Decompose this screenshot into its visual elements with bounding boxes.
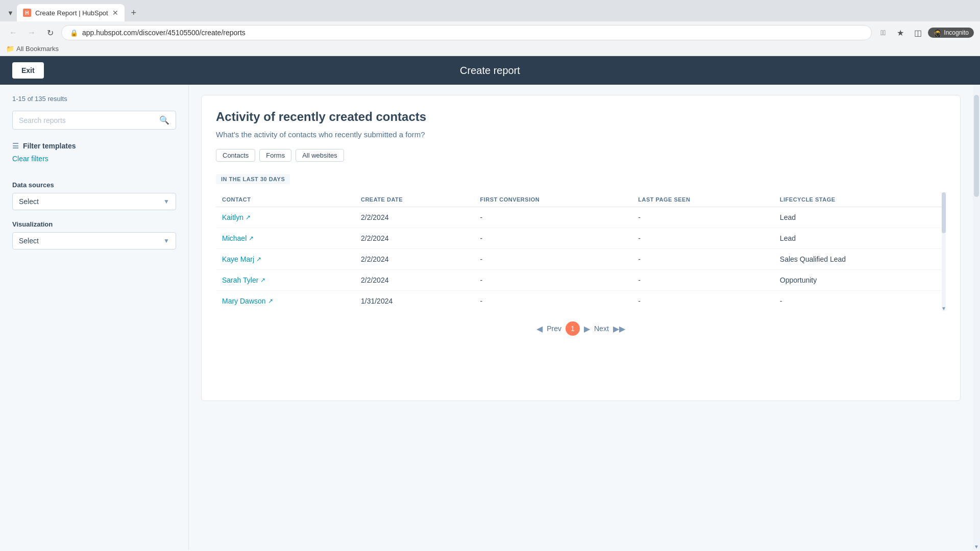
contact-cell: Kaye Marj ↗ (216, 249, 355, 270)
external-link-icon: ↗ (256, 256, 261, 263)
table-scrollbar-thumb[interactable] (942, 192, 946, 233)
last-page-seen-cell: - (632, 291, 774, 312)
visualization-value: Select (19, 237, 39, 245)
visualization-select[interactable]: Select ▼ (12, 232, 176, 249)
first-conversion-cell: - (474, 270, 632, 291)
main-layout: 1-15 of 135 results 🔍 ☰ Filter templates… (0, 85, 980, 550)
lock-icon: 🔒 (70, 29, 78, 37)
contact-cell: Mary Dawson ↗ (216, 291, 355, 312)
reload-btn[interactable]: ↻ (43, 26, 57, 40)
bookmarks-folder-icon: 📁 (6, 45, 14, 53)
table-container: CONTACT CREATE DATE FIRST CONVERSION LAS… (216, 192, 946, 311)
incognito-badge[interactable]: 🥷 Incognito (928, 28, 974, 38)
lifecycle-stage-cell: Lead (774, 207, 946, 228)
contact-cell: Kaitlyn ↗ (216, 207, 355, 228)
first-conversion-cell: - (474, 228, 632, 249)
table-header: CONTACT CREATE DATE FIRST CONVERSION LAS… (216, 192, 946, 207)
url-text: app.hubspot.com/discover/45105500/create… (82, 29, 863, 37)
data-sources-value: Select (19, 197, 39, 206)
browser-toolbar: ← → ↻ 🔒 app.hubspot.com/discover/4510550… (0, 21, 980, 44)
tab-title: Create Report | HubSpot (35, 9, 108, 17)
tag-contacts[interactable]: Contacts (216, 149, 255, 162)
create-date-cell: 2/2/2024 (355, 270, 474, 291)
pagination-next-label[interactable]: Next (594, 324, 609, 333)
main-scrollbar-thumb[interactable] (974, 95, 979, 197)
content-area: Activity of recently created contacts Wh… (189, 85, 973, 550)
last-page-seen-cell: - (632, 228, 774, 249)
active-tab[interactable]: H Create Report | HubSpot ✕ (17, 4, 125, 21)
table-row: Kaitlyn ↗ 2/2/2024 - - Lead (216, 207, 946, 228)
contact-link-michael[interactable]: Michael ↗ (222, 234, 349, 242)
hubspot-favicon: H (23, 9, 31, 17)
external-link-icon: ↗ (246, 214, 251, 221)
data-sources-select[interactable]: Select ▼ (12, 193, 176, 210)
search-input[interactable] (19, 116, 155, 124)
lifecycle-stage-cell: Opportunity (774, 270, 946, 291)
forward-btn[interactable]: → (24, 26, 39, 40)
bookmarks-bar: 📁 All Bookmarks (0, 44, 980, 56)
table-body: Kaitlyn ↗ 2/2/2024 - - Lead Michael (216, 207, 946, 312)
pagination-last-btn[interactable]: ▶▶ (613, 324, 625, 334)
create-date-cell: 1/31/2024 (355, 291, 474, 312)
address-bar[interactable]: 🔒 app.hubspot.com/discover/45105500/crea… (61, 25, 872, 40)
page-title: Create report (460, 65, 520, 77)
clear-filters-link[interactable]: Clear filters (12, 155, 48, 163)
report-description: What's the activity of contacts who rece… (216, 130, 946, 139)
tag-forms[interactable]: Forms (259, 149, 291, 162)
pagination-next-arrow[interactable]: ▶ (584, 324, 590, 334)
table-row: Sarah Tyler ↗ 2/2/2024 - - Opportunity (216, 270, 946, 291)
new-tab-btn[interactable]: + (127, 6, 141, 20)
pagination-first-btn[interactable]: ◀ (536, 324, 543, 334)
incognito-label: Incognito (944, 29, 969, 36)
contact-cell: Sarah Tyler ↗ (216, 270, 355, 291)
data-sources-label: Data sources (12, 181, 176, 189)
table-scrollbar-track (942, 192, 946, 311)
first-conversion-cell: - (474, 249, 632, 270)
first-conversion-cell: - (474, 207, 632, 228)
contact-link-mary-dawson[interactable]: Mary Dawson ↗ (222, 297, 349, 305)
contact-link-sarah-tyler[interactable]: Sarah Tyler ↗ (222, 276, 349, 284)
incognito-icon: 🥷 (933, 29, 942, 37)
pagination-prev-label[interactable]: Prev (547, 324, 561, 333)
col-last-page-seen: LAST PAGE SEEN (632, 192, 774, 207)
data-sources-filter: Data sources Select ▼ (12, 181, 176, 210)
search-box: 🔍 (12, 111, 176, 130)
eye-off-icon[interactable]: 👁⃠ (876, 26, 890, 40)
scrollbar-down-arrow[interactable]: ▼ (973, 543, 980, 550)
bookmark-star-icon[interactable]: ★ (893, 26, 908, 40)
toolbar-actions: 👁⃠ ★ ◫ 🥷 Incognito (876, 26, 974, 40)
main-scrollbar: ▼ (973, 85, 980, 550)
visualization-arrow-icon: ▼ (163, 237, 169, 244)
bookmarks-label: All Bookmarks (16, 45, 59, 53)
visualization-filter: Visualization Select ▼ (12, 220, 176, 249)
create-date-cell: 2/2/2024 (355, 228, 474, 249)
lifecycle-stage-cell: Lead (774, 228, 946, 249)
filter-icon: ☰ (12, 142, 19, 150)
back-btn[interactable]: ← (6, 26, 20, 40)
report-title: Activity of recently created contacts (216, 110, 946, 124)
tab-close-btn[interactable]: ✕ (112, 9, 118, 17)
pagination-page-1[interactable]: 1 (566, 321, 580, 336)
create-date-cell: 2/2/2024 (355, 249, 474, 270)
table-row: Michael ↗ 2/2/2024 - - Lead (216, 228, 946, 249)
col-create-date: CREATE DATE (355, 192, 474, 207)
search-icon[interactable]: 🔍 (159, 115, 169, 125)
tab-left-btn[interactable]: ▼ (4, 9, 17, 17)
table-scroll-down-arrow[interactable]: ▼ (942, 306, 946, 311)
exit-button[interactable]: Exit (12, 62, 44, 79)
tag-all-websites[interactable]: All websites (296, 149, 344, 162)
visualization-label: Visualization (12, 220, 176, 228)
contact-link-kaye-marj[interactable]: Kaye Marj ↗ (222, 255, 349, 263)
lifecycle-stage-cell: - (774, 291, 946, 312)
col-first-conversion: FIRST CONVERSION (474, 192, 632, 207)
period-label: IN THE LAST 30 DAYS (216, 174, 290, 184)
contact-link-kaitlyn[interactable]: Kaitlyn ↗ (222, 213, 349, 221)
last-page-seen-cell: - (632, 207, 774, 228)
last-page-seen-cell: - (632, 270, 774, 291)
table-row: Kaye Marj ↗ 2/2/2024 - - Sales Qualified… (216, 249, 946, 270)
browser-tab-bar: ▼ H Create Report | HubSpot ✕ + (0, 0, 980, 21)
external-link-icon: ↗ (260, 277, 265, 284)
filter-templates-header: ☰ Filter templates (12, 142, 176, 150)
sidebar: 1-15 of 135 results 🔍 ☰ Filter templates… (0, 85, 189, 550)
extensions-icon[interactable]: ◫ (911, 26, 925, 40)
